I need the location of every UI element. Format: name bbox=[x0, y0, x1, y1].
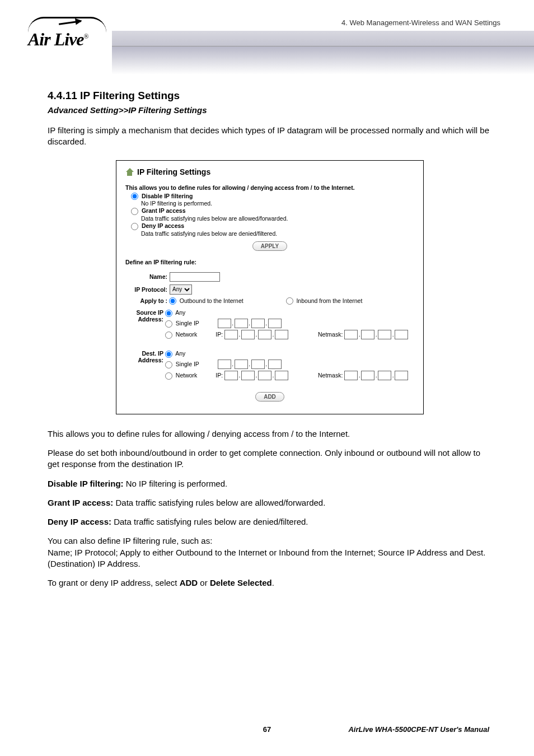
src-mask4[interactable] bbox=[395, 330, 408, 339]
body-p7-del: Delete Selected bbox=[210, 578, 272, 587]
body-p3: Disable IP filtering: No IP filtering is… bbox=[48, 478, 492, 489]
radio-dst-single-label: Single IP bbox=[176, 361, 199, 367]
mode-disable-row: Disable IP filtering No IP filtering is … bbox=[131, 193, 414, 207]
radio-inbound[interactable] bbox=[286, 297, 293, 305]
dest-ip-section: Dest. IP Address: Any Single IP ... Netw… bbox=[125, 350, 414, 382]
radio-dst-network-label: Network bbox=[176, 372, 198, 379]
body-p5: Deny IP access: Data traffic satisfying … bbox=[48, 516, 492, 528]
radio-grant[interactable] bbox=[131, 208, 138, 215]
src-net-ip4[interactable] bbox=[275, 330, 288, 339]
radio-src-single[interactable] bbox=[165, 320, 172, 328]
mode-grant-row: Grant IP access Data traffic satisfying … bbox=[131, 207, 414, 222]
src-mask1[interactable] bbox=[344, 330, 358, 339]
radio-disable-label: Disable IP filtering bbox=[142, 193, 193, 199]
src-single-ip4[interactable] bbox=[268, 319, 282, 328]
src-mask3[interactable] bbox=[378, 330, 391, 339]
radio-src-single-label: Single IP bbox=[176, 320, 199, 326]
define-rule-heading: Define an IP filtering rule: bbox=[125, 259, 414, 265]
body-p7-end: . bbox=[272, 578, 274, 587]
logo-arrow-icon bbox=[59, 20, 81, 25]
src-net-ip3[interactable] bbox=[258, 330, 271, 339]
logo-arc-icon bbox=[28, 17, 106, 32]
dst-netmask-label: Netmask: bbox=[318, 372, 343, 379]
panel-description: This allows you to define rules for allo… bbox=[125, 184, 414, 191]
body-p4: Grant IP access: Data traffic satisfying… bbox=[48, 497, 492, 508]
src-single-ip3[interactable] bbox=[251, 319, 265, 328]
intro-paragraph: IP filtering is simply a mechanism that … bbox=[48, 125, 492, 148]
header-bar bbox=[112, 31, 534, 46]
radio-dst-any[interactable] bbox=[165, 351, 172, 358]
page-number: 67 bbox=[263, 725, 271, 734]
body-p5-bold: Deny IP access: bbox=[48, 517, 111, 526]
radio-dst-single[interactable] bbox=[165, 361, 172, 368]
radio-deny-label: Deny IP access bbox=[142, 222, 184, 229]
src-net-ip2[interactable] bbox=[241, 330, 255, 339]
dst-single-ip1[interactable] bbox=[218, 360, 231, 369]
dst-net-ip1[interactable] bbox=[224, 371, 238, 380]
body-p5-rest: Data traffic satisfying rules below are … bbox=[111, 517, 308, 526]
name-label: Name: bbox=[125, 273, 167, 280]
src-single-ip1[interactable] bbox=[218, 319, 231, 328]
dst-single-ip2[interactable] bbox=[235, 360, 248, 369]
dst-net-ip4[interactable] bbox=[275, 371, 288, 380]
panel-title: IP Filtering Settings bbox=[125, 167, 414, 176]
dst-mask3[interactable] bbox=[378, 371, 391, 380]
radio-disable-sub: No IP filtering is performed. bbox=[141, 200, 414, 207]
dst-mask4[interactable] bbox=[395, 371, 408, 380]
src-net-ip1[interactable] bbox=[224, 330, 238, 339]
dest-ip-label: Dest. IP Address: bbox=[125, 350, 163, 363]
dst-net-ip-label: IP: bbox=[216, 372, 223, 379]
add-button[interactable]: ADD bbox=[255, 392, 284, 402]
home-icon bbox=[125, 168, 134, 176]
protocol-label: IP Protocol: bbox=[125, 286, 167, 293]
radio-src-network[interactable] bbox=[165, 332, 172, 339]
dst-mask1[interactable] bbox=[344, 371, 358, 380]
radio-outbound[interactable] bbox=[169, 297, 176, 305]
body-p7a: To grant or deny IP address, select bbox=[48, 578, 180, 587]
name-row: Name: bbox=[125, 272, 414, 282]
radio-deny[interactable] bbox=[131, 223, 138, 230]
apply-button[interactable]: APPLY bbox=[252, 241, 287, 251]
body-p7-mid: or bbox=[198, 578, 210, 587]
radio-disable[interactable] bbox=[131, 193, 138, 200]
source-ip-label: Source IP Address: bbox=[125, 309, 163, 323]
radio-outbound-label: Outbound to the Internet bbox=[180, 297, 243, 304]
section-title: 4.4.11 IP Filtering Settings bbox=[48, 90, 492, 102]
radio-inbound-label: Inbound from the Internet bbox=[296, 297, 362, 304]
protocol-select[interactable]: Any bbox=[170, 284, 192, 295]
dst-single-ip3[interactable] bbox=[251, 360, 265, 369]
page-footer: 67 AirLive WHA-5500CPE-NT User's Manual bbox=[0, 725, 534, 734]
src-net-ip-label: IP: bbox=[216, 331, 223, 338]
radio-src-network-label: Network bbox=[176, 331, 198, 338]
breadcrumb: Advanced Setting>>IP Filtering Settings bbox=[48, 105, 492, 115]
radio-dst-any-label: Any bbox=[175, 350, 185, 357]
dst-net-ip3[interactable] bbox=[258, 371, 271, 380]
src-netmask-label: Netmask: bbox=[318, 331, 343, 338]
source-ip-section: Source IP Address: Any Single IP ... Net… bbox=[125, 309, 414, 341]
brand-logo: Air Live® bbox=[28, 17, 112, 50]
src-mask2[interactable] bbox=[361, 330, 374, 339]
manual-title: AirLive WHA-5500CPE-NT User's Manual bbox=[348, 725, 489, 734]
body-p3-bold: Disable IP filtering: bbox=[48, 479, 124, 488]
protocol-row: IP Protocol: Any bbox=[125, 284, 414, 295]
radio-src-any[interactable] bbox=[165, 310, 172, 317]
src-single-ip2[interactable] bbox=[235, 319, 248, 328]
body-p6: You can also define IP filtering rule, s… bbox=[48, 535, 492, 570]
radio-dst-network[interactable] bbox=[165, 372, 172, 380]
radio-deny-sub: Data traffic satisfying rules below are … bbox=[141, 230, 414, 237]
body-p3-rest: No IP filtering is performed. bbox=[124, 479, 228, 488]
page-content: 4.4.11 IP Filtering Settings Advanced Se… bbox=[48, 90, 492, 596]
chapter-header: 4. Web Management-Wireless and WAN Setti… bbox=[341, 18, 500, 27]
body-p7-add: ADD bbox=[180, 578, 198, 587]
body-p2: Please do set both inbound/outbound in o… bbox=[48, 447, 492, 470]
body-p1: This allows you to define rules for allo… bbox=[48, 428, 492, 440]
radio-grant-sub: Data traffic satisfying rules below are … bbox=[141, 215, 414, 222]
applyto-row: Apply to : Outbound to the Internet Inbo… bbox=[125, 297, 414, 305]
dst-mask2[interactable] bbox=[361, 371, 374, 380]
dst-net-ip2[interactable] bbox=[241, 371, 255, 380]
body-p4-bold: Grant IP access: bbox=[48, 498, 113, 507]
radio-src-any-label: Any bbox=[175, 309, 185, 316]
body-p4-rest: Data traffic satisfying rules below are … bbox=[113, 498, 325, 507]
name-input[interactable] bbox=[170, 272, 220, 282]
dst-single-ip4[interactable] bbox=[268, 360, 282, 369]
